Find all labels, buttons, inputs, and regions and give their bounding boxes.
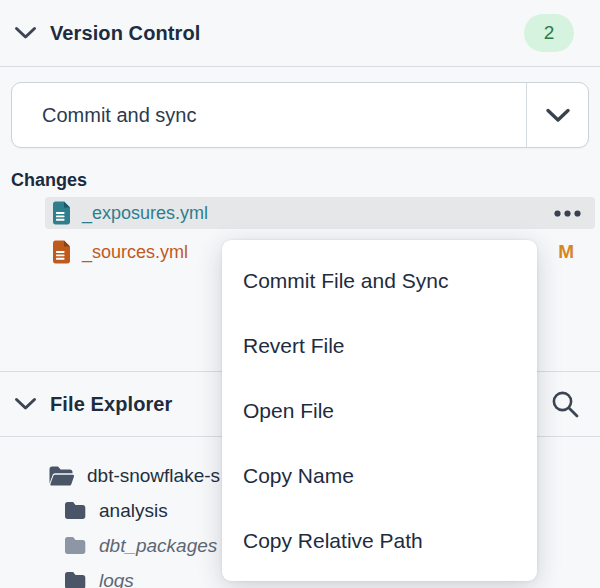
changes-section-label: Changes	[11, 170, 600, 191]
tree-item-label: dbt-snowflake-s	[87, 465, 220, 487]
menu-item-open-file[interactable]: Open File	[222, 378, 537, 443]
file-explorer-title: File Explorer	[50, 393, 172, 416]
changed-file-row-exposures[interactable]: _exposures.yml	[45, 197, 595, 229]
menu-item-copy-name[interactable]: Copy Name	[222, 443, 537, 508]
version-control-header[interactable]: Version Control 2	[0, 0, 600, 67]
chevron-down-icon	[545, 108, 571, 123]
folder-icon	[64, 536, 86, 555]
tree-item-label: dbt_packages	[99, 535, 217, 557]
version-control-title: Version Control	[50, 22, 200, 45]
commit-action-caret[interactable]	[526, 83, 588, 147]
folder-open-icon	[48, 465, 74, 487]
yml-file-icon	[52, 201, 71, 225]
tree-item-label: analysis	[99, 500, 168, 522]
file-context-menu: Commit File and Sync Revert File Open Fi…	[222, 240, 537, 581]
ellipsis-menu-icon[interactable]	[554, 210, 581, 217]
yml-file-icon	[52, 240, 71, 264]
search-icon[interactable]	[550, 389, 580, 419]
folder-icon	[64, 571, 86, 588]
folder-icon	[64, 501, 86, 520]
chevron-down-icon	[14, 397, 37, 411]
commit-action-dropdown[interactable]: Commit and sync	[11, 82, 589, 148]
changes-count-badge: 2	[524, 14, 574, 52]
changed-file-name: _exposures.yml	[82, 203, 208, 224]
chevron-down-icon	[14, 26, 37, 40]
tree-item-label: logs	[99, 570, 134, 588]
commit-action-value: Commit and sync	[12, 83, 526, 147]
menu-item-commit-file-and-sync[interactable]: Commit File and Sync	[222, 248, 537, 313]
changed-file-name: _sources.yml	[82, 242, 188, 263]
modified-status-flag: M	[558, 241, 574, 263]
menu-item-copy-relative-path[interactable]: Copy Relative Path	[222, 508, 537, 573]
menu-item-revert-file[interactable]: Revert File	[222, 313, 537, 378]
